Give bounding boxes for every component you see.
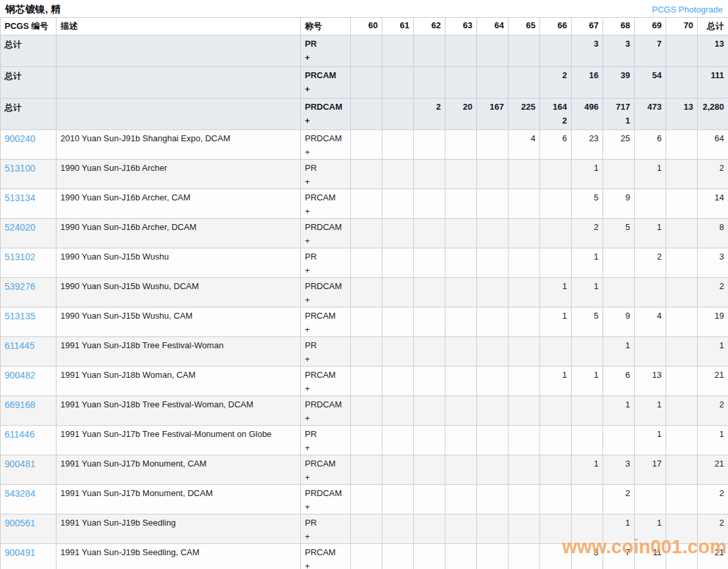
grade-count-cell — [382, 278, 414, 307]
grade-count — [355, 70, 378, 81]
plus-grade-count — [702, 295, 724, 306]
grade-count-cell — [509, 485, 540, 514]
pcgs-photograde-link[interactable]: PCGS Photograde — [652, 5, 723, 14]
plus-grade-count — [639, 116, 662, 126]
pcgs-number-link[interactable]: 543284 — [5, 488, 35, 499]
grade-count-cell — [414, 367, 445, 396]
summary-description — [57, 67, 301, 99]
plus-grade-count — [481, 116, 504, 126]
pcgs-number-link[interactable]: 524020 — [5, 222, 35, 233]
grade-count-cell — [445, 485, 477, 514]
grade-count — [481, 518, 504, 528]
pcgs-number-link[interactable]: 900491 — [5, 547, 35, 558]
coin-row: 6114451991 Yuan Sun-J18b Tree Festival-W… — [1, 337, 728, 367]
grade-count-cell — [414, 219, 445, 248]
pcgs-number-link[interactable]: 611446 — [5, 429, 35, 440]
plus-grade-count: + — [305, 532, 346, 542]
grade-count — [355, 429, 378, 440]
plus-grade-count — [702, 116, 724, 126]
grade-count — [418, 370, 441, 380]
designation-cell: PRDCAM+ — [301, 130, 351, 160]
pcgs-number-link[interactable]: 611445 — [5, 340, 35, 351]
grade-count-cell: 3 — [603, 455, 635, 485]
column-header-grade-70: 70 — [666, 18, 698, 35]
grade-count-cell — [477, 396, 509, 426]
grade-count-cell — [540, 514, 572, 544]
pcgs-number-link[interactable]: 513102 — [5, 252, 35, 262]
grade-count — [481, 193, 504, 203]
grade-count: 496 — [576, 102, 599, 112]
grade-count — [386, 488, 409, 499]
grade-count — [386, 547, 409, 558]
plus-grade-count — [607, 236, 630, 246]
grade-count-cell — [382, 130, 414, 160]
grade-count: 3 — [607, 459, 630, 469]
grade-count-cell: 7171 — [603, 99, 635, 130]
plus-grade-count — [355, 443, 378, 453]
grade-count-cell: 225 — [509, 99, 540, 130]
grade-count — [670, 311, 693, 321]
plus-grade-count: + — [305, 502, 346, 512]
plus-grade-count: + — [305, 177, 346, 187]
grade-count: PR — [305, 163, 346, 173]
grade-count: 1 — [639, 399, 662, 410]
grade-count-cell — [509, 307, 540, 337]
plus-grade-count — [355, 354, 378, 365]
designation-cell: PRCAM+ — [301, 544, 351, 569]
plus-grade-count — [481, 325, 504, 335]
grade-count-cell: 3 — [572, 35, 603, 67]
grade-count — [670, 70, 693, 81]
pcgs-number-link[interactable]: 513134 — [5, 193, 35, 203]
grade-count: 6 — [544, 133, 567, 144]
plus-grade-count — [576, 532, 599, 542]
coin-description: 1991 Yuan Sun-J17b Tree Festival-Monumen… — [57, 426, 301, 455]
table-body: 总计PR+33713总计PRCAM+2163954111总计PRDCAM+220… — [1, 35, 728, 569]
pcgs-number-link[interactable]: 900240 — [5, 133, 35, 144]
grade-count — [355, 370, 378, 380]
grade-count — [670, 399, 693, 410]
grade-count: 2 — [639, 252, 662, 262]
plus-grade-count — [639, 295, 662, 306]
grade-count-cell — [509, 35, 540, 67]
grade-count — [544, 163, 567, 173]
grade-count-cell: 13 — [698, 35, 728, 67]
grade-count: 6 — [639, 133, 662, 144]
plus-grade-count: + — [305, 561, 346, 569]
plus-grade-count — [355, 413, 378, 424]
pcgs-number-link[interactable]: 513135 — [5, 311, 35, 321]
grade-count — [481, 163, 504, 173]
grade-count-cell — [382, 396, 414, 426]
plus-grade-count — [576, 472, 599, 483]
pcgs-number-cell: 539276 — [1, 278, 57, 307]
plus-grade-count — [702, 84, 724, 95]
plus-grade-count — [639, 206, 662, 217]
grade-count — [355, 488, 378, 499]
plus-grade-count — [607, 354, 630, 365]
grade-count — [386, 222, 409, 233]
plus-grade-count — [512, 295, 535, 306]
plus-grade-count — [449, 265, 472, 276]
pcgs-number-link[interactable]: 900561 — [5, 518, 35, 528]
pcgs-number-link[interactable]: 539276 — [5, 281, 35, 292]
grade-count: 39 — [607, 70, 630, 81]
coin-description: 1991 Yuan Sun-J19b Seedling — [57, 514, 301, 544]
grade-count: PR — [305, 252, 346, 262]
grade-count-cell — [572, 426, 603, 455]
plus-grade-count — [481, 177, 504, 187]
plus-grade-count — [670, 561, 693, 569]
grade-count — [512, 163, 535, 173]
plus-grade-count — [576, 116, 599, 126]
grade-count: PRCAM — [305, 547, 346, 558]
plus-grade-count — [576, 295, 599, 306]
grade-count — [449, 429, 472, 440]
plus-grade-count — [576, 413, 599, 424]
pcgs-number-link[interactable]: 900482 — [5, 370, 35, 380]
grade-count — [355, 281, 378, 292]
pcgs-number-link[interactable]: 513100 — [5, 163, 35, 173]
pcgs-number-link[interactable]: 669168 — [5, 399, 35, 410]
plus-grade-count — [607, 561, 630, 569]
grade-count: PRCAM — [305, 70, 346, 81]
grade-count-cell: 2 — [698, 278, 728, 307]
pcgs-number-link[interactable]: 900481 — [5, 459, 35, 469]
grade-count: 1 — [576, 281, 599, 292]
